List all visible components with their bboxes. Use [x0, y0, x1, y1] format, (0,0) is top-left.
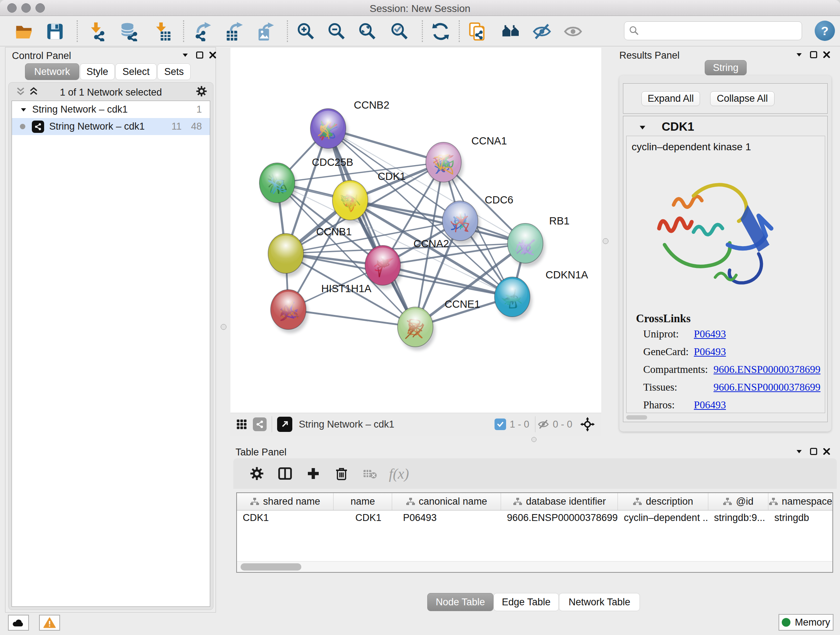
network-options-gear-icon[interactable] [195, 85, 208, 97]
tab-sets[interactable]: Sets [157, 63, 191, 80]
panel-close-icon[interactable] [821, 49, 833, 61]
column-header[interactable]: shared name [237, 493, 333, 510]
expand-all-button[interactable]: Expand All [641, 91, 700, 106]
help-button[interactable]: ? [815, 21, 835, 41]
title-bar: Session: New Session [0, 0, 840, 16]
table-hscrollbar[interactable] [237, 561, 832, 572]
export-table-icon[interactable] [224, 21, 245, 42]
crosslinks-heading: CrossLinks [636, 312, 691, 325]
show-all-icon[interactable] [563, 21, 583, 42]
panel-collapse-icon[interactable] [793, 445, 805, 458]
column-header[interactable]: name [333, 493, 392, 510]
network-collection-row[interactable]: String Network – cdk1 1 [12, 101, 210, 118]
memory-button[interactable]: Memory [778, 614, 834, 631]
first-neighbors-icon[interactable] [501, 21, 521, 42]
left-splitter-handle[interactable] [221, 324, 226, 330]
open-session-icon[interactable] [14, 21, 34, 42]
protein-structure-image [639, 162, 791, 302]
add-column-icon[interactable] [304, 464, 322, 483]
memory-label: Memory [795, 617, 830, 628]
column-header[interactable]: canonical name [392, 493, 501, 510]
network-node-label: CDK1 [378, 171, 406, 182]
right-splitter-handle[interactable] [603, 238, 608, 244]
crosslink-link[interactable]: 9606.ENSP00000378699 [714, 381, 821, 393]
network-canvas[interactable]: CCNB2CCNA1CDC25BCDK1CDC6RB1CCNB1CCNA2CDK… [231, 48, 601, 413]
crosslink-link[interactable]: P06493 [694, 399, 726, 411]
network-node-CCNA1[interactable]: CCNA1 [426, 135, 507, 186]
save-session-icon[interactable] [45, 21, 65, 42]
network-row[interactable]: String Network – cdk1 11 48 [12, 118, 210, 135]
table-options-gear-icon[interactable] [248, 464, 266, 483]
column-header[interactable]: description [618, 493, 708, 510]
crosslink-link[interactable]: 9606.ENSP00000378699 [714, 363, 821, 375]
network-node-label: CCNB1 [316, 226, 352, 238]
warnings-status-button[interactable] [39, 615, 60, 631]
table-header-row: shared name name canonical name database… [237, 493, 832, 510]
new-network-from-selection-icon[interactable] [467, 21, 488, 42]
network-node-RB1[interactable]: RB1 [508, 215, 569, 267]
panel-float-icon[interactable] [807, 445, 820, 458]
toolbar-separator [287, 20, 288, 42]
main-toolbar: ? [0, 16, 840, 46]
export-network-icon[interactable] [193, 21, 213, 42]
export-image-icon[interactable] [256, 21, 276, 42]
panel-close-icon[interactable] [821, 445, 833, 458]
crosslink-link[interactable]: P06493 [694, 346, 726, 358]
memory-status-dot [782, 618, 790, 627]
zoom-out-icon[interactable] [327, 21, 347, 42]
gene-symbol: CDK1 [662, 120, 694, 134]
network-view-type-icon[interactable] [253, 417, 267, 431]
show-columns-icon[interactable] [276, 464, 294, 483]
column-header[interactable]: @id [708, 493, 769, 510]
toolbar-separator [77, 20, 78, 42]
network-tree: String Network – cdk1 1 String Network –… [11, 101, 210, 607]
panel-close-icon[interactable] [207, 49, 219, 61]
panel-collapse-icon[interactable] [179, 49, 191, 61]
tab-edge-table[interactable]: Edge Table [493, 593, 559, 611]
detach-view-icon[interactable] [277, 417, 292, 432]
tab-select[interactable]: Select [115, 63, 156, 80]
panel-collapse-icon[interactable] [793, 49, 805, 61]
panel-float-icon[interactable] [807, 49, 820, 61]
zoom-fit-icon[interactable] [357, 21, 378, 42]
gene-collapse-icon[interactable] [636, 121, 649, 134]
table-row[interactable]: CDK1 CDK1 P06493 9606.ENSP00000378699 cy… [237, 510, 832, 526]
collapse-all-button[interactable]: Collapse All [710, 91, 775, 106]
network-node-CCNE1[interactable]: CCNE1 [398, 298, 480, 350]
delete-column-trash-icon[interactable] [332, 464, 351, 483]
zoom-selected-icon[interactable] [390, 21, 410, 42]
tab-string[interactable]: String [705, 60, 747, 75]
network-row-label: String Network – cdk1 [49, 121, 145, 132]
cloud-status-button[interactable] [8, 615, 29, 631]
gene-detail-box: cyclin–dependent kinase 1 [626, 136, 825, 413]
network-selection-summary: 1 of 1 Network selected [9, 87, 213, 98]
tab-style[interactable]: Style [80, 63, 115, 80]
cytoscape-window: Session: New Session [0, 0, 840, 635]
search-input[interactable] [643, 25, 797, 36]
tab-node-table[interactable]: Node Table [427, 593, 493, 611]
panel-float-icon[interactable] [194, 49, 206, 61]
column-header[interactable]: namespace [768, 493, 832, 510]
crosslink-link[interactable]: P06493 [694, 328, 726, 340]
tab-network[interactable]: Network [25, 63, 79, 80]
birds-eye-crosshair-icon[interactable] [579, 416, 595, 432]
node-table: shared name name canonical name database… [236, 492, 833, 573]
network-node-label: CDKN1A [546, 269, 588, 280]
network-node-HIST1H1A[interactable]: HIST1H1A [271, 283, 371, 333]
view-grid-icon[interactable] [235, 418, 248, 431]
import-network-from-database-icon[interactable] [119, 21, 140, 42]
network-node-label: CCNB2 [354, 99, 389, 111]
apply-layout-refresh-icon[interactable] [431, 21, 451, 42]
selected-checkbox-icon[interactable] [494, 418, 506, 430]
hide-selection-icon[interactable] [532, 21, 552, 42]
zoom-in-icon[interactable] [296, 21, 316, 42]
import-table-from-file-icon[interactable] [152, 21, 172, 42]
node-count: 11 [172, 121, 182, 132]
network-node-CDKN1A[interactable]: CDKN1A [494, 269, 588, 320]
import-network-from-file-icon[interactable] [87, 21, 107, 42]
results-hscrollbar[interactable] [626, 415, 825, 420]
column-header[interactable]: database identifier [501, 493, 618, 510]
crosslink-label: Uniprot: [643, 328, 694, 340]
tab-network-table[interactable]: Network Table [559, 593, 640, 611]
network-status-dot [20, 124, 25, 129]
